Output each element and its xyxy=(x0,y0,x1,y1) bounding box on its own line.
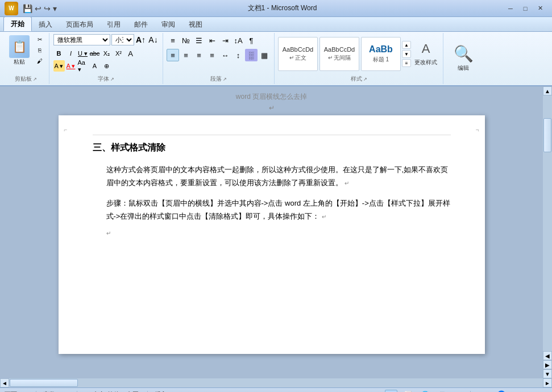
paragraph-label: 段落 ↗ xyxy=(210,75,227,83)
scroll-up-button[interactable]: ▲ xyxy=(543,86,552,95)
tab-insert[interactable]: 插入 xyxy=(32,18,59,31)
vertical-scrollbar: ▲ ◀ ▶ ▼ xyxy=(543,86,552,378)
undo-quick-icon[interactable]: ↩ xyxy=(35,4,41,13)
bold-button[interactable]: B xyxy=(53,48,65,59)
paste-icon: 📋 xyxy=(9,35,30,58)
language-info[interactable]: ✔ 中文(简体，中国) xyxy=(84,390,140,393)
show-marks-button[interactable]: ¶ xyxy=(245,34,258,47)
draft-button[interactable]: ≡ xyxy=(453,390,466,393)
close-button[interactable]: ✕ xyxy=(533,3,547,14)
numbering-button[interactable]: № xyxy=(180,34,192,47)
zoom-plus-button[interactable]: + xyxy=(525,390,529,393)
borders-button[interactable]: ▦ xyxy=(258,49,271,61)
line-spacing-button[interactable]: ↕ xyxy=(232,49,244,61)
h-scroll-thumb[interactable] xyxy=(10,379,78,387)
style-heading1[interactable]: AaBb 标题 1 xyxy=(361,37,401,71)
style-heading1-label: 标题 1 xyxy=(373,56,389,64)
scroll-left-button[interactable]: ◄ xyxy=(0,378,9,387)
style-heading1-preview: AaBb xyxy=(369,44,393,55)
style-nospacing[interactable]: AaBbCcDd ↵ 无间隔 xyxy=(319,37,359,71)
zoom-minus-button[interactable]: − xyxy=(475,390,480,393)
tab-mailings[interactable]: 邮件 xyxy=(127,18,155,31)
document-scroll[interactable]: word 页眉横线怎么去掉 ↵ ⌐ ¬ 三、样式格式清除 这种方式会将页眉中的文… xyxy=(0,86,543,378)
copy-button[interactable]: ⎘ xyxy=(34,45,45,55)
align-center-button[interactable]: ≡ xyxy=(180,49,192,61)
align-left-button[interactable]: ≡ xyxy=(167,49,179,61)
decrease-indent-button[interactable]: ⇤ xyxy=(206,34,218,47)
italic-button[interactable]: I xyxy=(65,48,77,59)
para2-enter: ↵ xyxy=(322,214,326,220)
editing-label: 编辑 xyxy=(458,64,469,72)
align-right-button[interactable]: ≡ xyxy=(193,49,205,61)
clear-format-button[interactable]: A xyxy=(125,48,136,59)
style-normal[interactable]: AaBbCcDd ↵ 正文 xyxy=(278,37,318,71)
tab-references[interactable]: 引用 xyxy=(100,18,127,31)
change-style-button[interactable]: A 更改样式 xyxy=(412,39,439,69)
page-corner-tl: ⌐ xyxy=(64,127,68,133)
increase-indent-button[interactable]: ⇥ xyxy=(219,34,231,47)
font-name-select[interactable]: 微软雅黑 xyxy=(53,34,110,45)
print-layout-button[interactable]: ▤ xyxy=(385,390,397,393)
superscript-button[interactable]: X² xyxy=(113,48,124,59)
paste-button[interactable]: 📋 粘贴 xyxy=(6,34,33,67)
style-scroll-up[interactable]: ▲ xyxy=(402,41,411,49)
tab-pagelayout[interactable]: 页面布局 xyxy=(59,18,100,31)
styles-expand-icon[interactable]: ↗ xyxy=(363,77,367,82)
prev-page-button[interactable]: ◀ xyxy=(543,351,552,360)
scroll-track[interactable] xyxy=(543,95,552,351)
tab-view[interactable]: 视图 xyxy=(182,18,209,31)
format-painter-button[interactable]: 🖌 xyxy=(34,56,45,66)
paste-label: 粘贴 xyxy=(14,58,25,66)
shading-button[interactable]: ░ xyxy=(245,49,258,61)
outline-button[interactable]: ☰ xyxy=(436,390,449,393)
bullets-button[interactable]: ≡ xyxy=(167,34,179,47)
doc-paragraph1: 这种方式会将页眉中的文本内容格式一起删除，所以这种方式很少使用。在这只是了解一下… xyxy=(106,163,451,190)
scroll-right-button[interactable]: ► xyxy=(543,378,552,387)
font-content: 微软雅黑 小五 A↑ A↓ B I U ▾ abc X₂ X² A xyxy=(53,34,159,74)
font-expand-icon[interactable]: ↗ xyxy=(110,77,114,82)
tab-home[interactable]: 开始 xyxy=(3,16,32,31)
increase-font-button[interactable]: A↑ xyxy=(135,34,147,45)
minimize-button[interactable]: ─ xyxy=(503,3,518,14)
statusbar: 页面: 2/2 字数: 603 ✔ 中文(简体，中国) 插入 ▤ ⬜ 🌐 ☰ ≡… xyxy=(0,387,552,392)
clipboard-expand-icon[interactable]: ↗ xyxy=(33,77,37,82)
style-normal-label: ↵ 正文 xyxy=(289,54,307,62)
save-quick-icon[interactable]: 💾 xyxy=(23,4,32,13)
redo-quick-icon[interactable]: ↪ xyxy=(44,4,51,13)
scroll-down-button[interactable]: ▼ xyxy=(543,369,552,378)
dropdown-quick-icon[interactable]: ▾ xyxy=(53,4,57,13)
document-page[interactable]: ⌐ ¬ 三、样式格式清除 这种方式会将页眉中的文本内容格式一起删除，所以这种方式… xyxy=(59,115,485,354)
justify-button[interactable]: ≡ xyxy=(206,49,218,61)
next-page-button[interactable]: ▶ xyxy=(543,360,552,369)
sort-button[interactable]: ↕A xyxy=(232,34,244,47)
scroll-thumb[interactable] xyxy=(543,118,551,152)
underline-button[interactable]: U ▾ xyxy=(77,48,89,59)
highlight-button[interactable]: A ▾ xyxy=(53,60,65,72)
font-size-select[interactable]: 小五 xyxy=(111,34,134,45)
paragraph-expand-icon[interactable]: ↗ xyxy=(223,77,227,82)
fullscreen-button[interactable]: ⬜ xyxy=(402,390,414,393)
maximize-button[interactable]: □ xyxy=(518,3,533,14)
quick-tools: 💾 ↩ ↪ ▾ xyxy=(23,4,57,13)
ribbon-group-styles: AaBbCcDd ↵ 正文 AaBbCcDd ↵ 无间隔 AaBb 标题 1 ▲… xyxy=(275,33,443,84)
text-outline-button[interactable]: A xyxy=(89,60,101,72)
ribbon-tabs: 开始 插入 页面布局 引用 邮件 审阅 视图 xyxy=(0,17,552,32)
app-icon: W xyxy=(5,2,18,15)
text-effect-button[interactable]: ⊕ xyxy=(101,60,113,72)
style-nospacing-label: ↵ 无间隔 xyxy=(328,54,351,62)
web-layout-button[interactable]: 🌐 xyxy=(419,390,431,393)
tab-review[interactable]: 审阅 xyxy=(155,18,182,31)
text-direction-button[interactable]: ↔ xyxy=(219,49,231,61)
cut-button[interactable]: ✂ xyxy=(34,34,45,44)
style-expand[interactable]: ≡ xyxy=(402,59,411,67)
style-scroll-down[interactable]: ▼ xyxy=(402,50,411,58)
h-scroll-track[interactable] xyxy=(9,378,543,387)
strikethrough-button[interactable]: abc xyxy=(89,48,101,59)
window-title: 文档1 - Microsoft Word xyxy=(61,3,503,13)
font-color-button[interactable]: A ▾ xyxy=(65,60,77,72)
subscript-button[interactable]: X₂ xyxy=(101,48,113,59)
char-shade-button[interactable]: Aa ▾ xyxy=(77,60,89,72)
language-icon: ✔ xyxy=(84,390,91,393)
multilevel-button[interactable]: ☰ xyxy=(193,34,205,47)
decrease-font-button[interactable]: A↓ xyxy=(148,34,159,45)
